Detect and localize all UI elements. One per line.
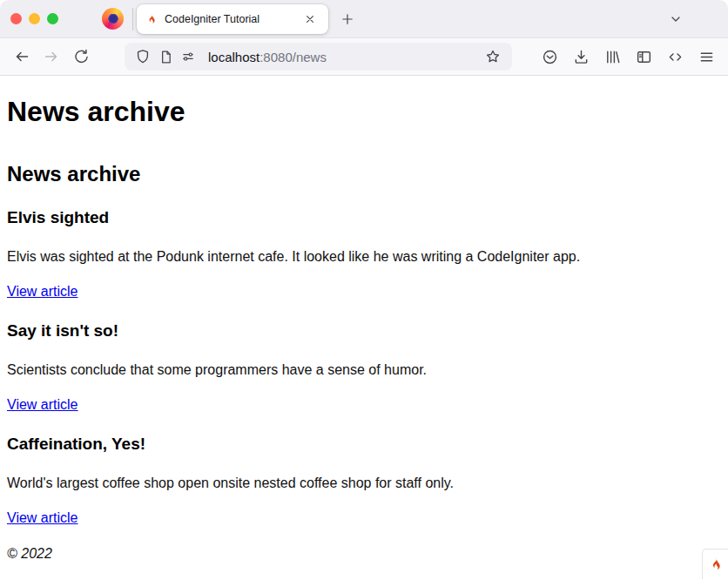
article-body: World's largest coffee shop open onsite … xyxy=(7,475,721,491)
tracking-protection-shield-icon[interactable] xyxy=(131,45,154,68)
zoom-window-button[interactable] xyxy=(47,13,58,24)
back-arrow-icon xyxy=(13,48,30,65)
news-item: Caffeination, Yes! World's largest coffe… xyxy=(7,434,721,526)
minimize-window-button[interactable] xyxy=(29,13,40,24)
article-title: Caffeination, Yes! xyxy=(7,434,721,454)
codeigniter-flame-icon xyxy=(708,555,724,574)
close-icon xyxy=(305,14,315,24)
tab-separator xyxy=(132,8,133,30)
forward-arrow-icon xyxy=(43,48,60,65)
hamburger-menu-icon xyxy=(698,49,715,65)
article-link-row: View article xyxy=(7,396,721,413)
downloads-button[interactable] xyxy=(566,43,596,71)
window-controls xyxy=(10,13,58,24)
toolbar-right-icons xyxy=(535,43,721,71)
sidebar-icon xyxy=(636,49,652,65)
firefox-logo-icon xyxy=(102,8,124,30)
app-menu-button[interactable] xyxy=(691,43,721,71)
browser-tab-codeigniter-tutorial[interactable]: CodeIgniter Tutorial xyxy=(137,4,328,34)
tab-list-dropdown-button[interactable] xyxy=(664,7,688,31)
reload-button[interactable] xyxy=(66,43,96,71)
url-text: localhost:8080/news xyxy=(208,50,481,64)
news-item: Elvis sighted Elvis was sighted at the P… xyxy=(7,207,721,300)
url-host: localhost xyxy=(208,50,260,64)
copyright-notice: © 2022 xyxy=(7,545,721,562)
plus-icon xyxy=(340,12,354,26)
article-body: Elvis was sighted at the Podunk internet… xyxy=(7,248,721,265)
close-window-button[interactable] xyxy=(10,13,22,24)
code-brackets-icon xyxy=(667,49,684,65)
navigation-toolbar: localhost:8080/news xyxy=(0,38,728,76)
star-icon xyxy=(485,49,501,64)
pocket-button[interactable] xyxy=(535,43,564,71)
devtools-button[interactable] xyxy=(660,43,690,71)
article-title: Say it isn't so! xyxy=(7,320,721,341)
library-icon xyxy=(604,49,621,65)
view-article-link[interactable]: View article xyxy=(7,510,78,525)
news-item: Say it isn't so! Scientists conclude tha… xyxy=(7,320,721,413)
reload-icon xyxy=(73,49,90,65)
view-article-link[interactable]: View article xyxy=(7,397,78,412)
chevron-down-icon xyxy=(669,12,683,26)
back-button[interactable] xyxy=(7,43,37,71)
article-body: Scientists conclude that some programmer… xyxy=(7,361,721,378)
download-icon xyxy=(573,49,590,65)
url-path: :8080/news xyxy=(260,50,327,64)
tab-bar: CodeIgniter Tutorial xyxy=(0,0,728,38)
section-heading: News archive xyxy=(7,161,721,186)
library-button[interactable] xyxy=(597,43,627,71)
article-link-row: View article xyxy=(7,283,721,300)
bookmark-star-button[interactable] xyxy=(481,44,505,69)
browser-window: CodeIgniter Tutorial xyxy=(0,0,728,580)
site-identity-page-icon[interactable] xyxy=(154,45,177,68)
new-tab-button[interactable] xyxy=(335,7,360,31)
page-title: News archive xyxy=(7,95,721,128)
article-title: Elvis sighted xyxy=(7,207,721,227)
permissions-sliders-icon[interactable] xyxy=(177,45,199,68)
codeigniter-debugbar-toggle[interactable] xyxy=(702,549,728,579)
sidebar-button[interactable] xyxy=(629,43,658,71)
codeigniter-flame-favicon xyxy=(145,13,158,25)
forward-button[interactable] xyxy=(37,43,66,71)
article-link-row: View article xyxy=(7,509,721,526)
tab-title: CodeIgniter Tutorial xyxy=(165,13,300,25)
tab-close-button[interactable] xyxy=(300,10,320,29)
pocket-icon xyxy=(542,49,558,65)
view-article-link[interactable]: View article xyxy=(7,284,78,299)
url-bar[interactable]: localhost:8080/news xyxy=(125,43,512,71)
page-content: News archive News archive Elvis sighted … xyxy=(0,76,728,579)
